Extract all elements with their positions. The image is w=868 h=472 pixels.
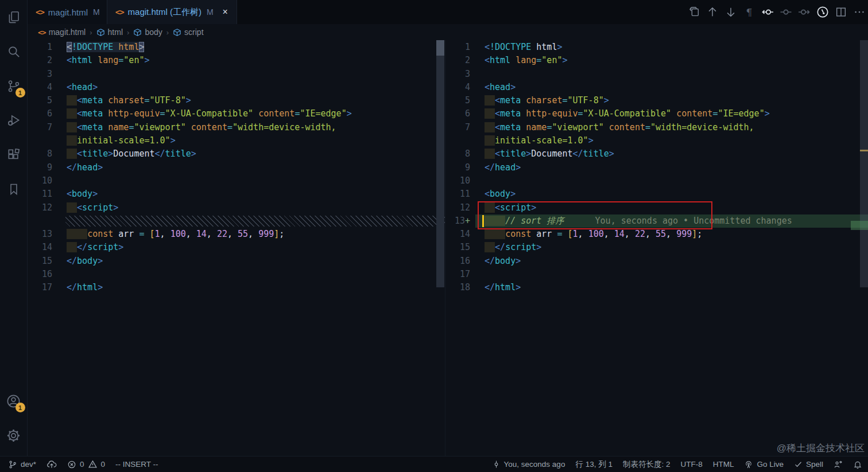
- tab-magit-html-worktree[interactable]: <> magit.html (工作树) M ×: [107, 0, 237, 24]
- breadcrumb-body[interactable]: body: [133, 28, 162, 37]
- code-line[interactable]: 17: [445, 268, 868, 281]
- code-line[interactable]: initial-scale=1.0">: [28, 134, 445, 147]
- editor-toolbar: ¶: [687, 0, 868, 24]
- account-icon[interactable]: 1: [0, 384, 28, 418]
- tab-magit-html[interactable]: <> magit.html M: [28, 0, 107, 24]
- code-line[interactable]: 8 <title>Document</title>: [28, 147, 445, 161]
- breadcrumb-label: magit.html: [49, 28, 86, 37]
- modified-indicator: M: [207, 7, 214, 17]
- code-line[interactable]: 2<html lang="en">: [445, 54, 868, 67]
- branch-status[interactable]: dev*: [8, 460, 36, 469]
- diff-pane-original[interactable]: 1<!DOCTYPE html>2<html lang="en">34<head…: [28, 40, 445, 456]
- code-line[interactable]: 17</html>: [28, 281, 445, 294]
- line-number: 7: [445, 121, 475, 134]
- breadcrumb-separator-icon: ›: [90, 28, 92, 37]
- code-line[interactable]: 1<!DOCTYPE html>: [445, 41, 868, 54]
- code-line[interactable]: 5 <meta charset="UTF-8">: [28, 94, 445, 107]
- bell-icon: [853, 460, 862, 469]
- previous-revision-button[interactable]: [760, 5, 775, 19]
- breadcrumb-file[interactable]: <> magit.html: [38, 28, 86, 37]
- code-line[interactable]: 11<body>: [445, 188, 868, 201]
- feedback-button[interactable]: [834, 460, 843, 469]
- code-line[interactable]: 7 <meta name="viewport" content="width=d…: [445, 121, 868, 134]
- next-change-button[interactable]: [723, 5, 738, 19]
- code-line[interactable]: 3: [28, 68, 445, 81]
- diff-placeholder-row[interactable]: [28, 214, 445, 228]
- file-history-icon[interactable]: [815, 5, 830, 19]
- left-scrollbar[interactable]: [436, 40, 444, 287]
- code-line[interactable]: 4<head>: [28, 81, 445, 94]
- extensions-icon[interactable]: [0, 138, 28, 172]
- code-line[interactable]: 11<body>: [28, 188, 445, 201]
- diff-pane-modified[interactable]: 1<!DOCTYPE html>2<html lang="en">34<head…: [445, 40, 868, 456]
- previous-change-button[interactable]: [705, 5, 720, 19]
- code-line[interactable]: 1<!DOCTYPE html>: [28, 41, 445, 54]
- toggle-whitespace-icon[interactable]: ¶: [742, 5, 757, 19]
- code-line[interactable]: 12 <script>: [28, 201, 445, 214]
- language-mode-status[interactable]: HTML: [713, 460, 734, 469]
- spell-checker-status[interactable]: Spell: [794, 460, 823, 469]
- breadcrumb-html[interactable]: html: [96, 28, 123, 37]
- code-line[interactable]: 13+ // sort 排序 You, seconds ago • Uncomm…: [445, 214, 868, 228]
- notifications-button[interactable]: [853, 460, 862, 469]
- source-control-icon[interactable]: 1: [0, 69, 28, 103]
- code-line[interactable]: 12 <script>: [445, 201, 868, 214]
- code-line[interactable]: 16</body>: [445, 255, 868, 268]
- publish-changes-button[interactable]: [46, 459, 57, 470]
- cube-icon: [133, 28, 142, 37]
- line-number: 10: [28, 174, 57, 188]
- line-number: 2: [28, 54, 57, 67]
- code-line[interactable]: 2<html lang="en">: [28, 54, 445, 67]
- code-line[interactable]: 3: [445, 68, 868, 81]
- code-line[interactable]: 5 <meta charset="UTF-8">: [445, 94, 868, 107]
- code-line[interactable]: 14 </script>: [28, 241, 445, 254]
- breadcrumb-script[interactable]: script: [173, 28, 203, 37]
- code-line[interactable]: 18</html>: [445, 281, 868, 294]
- code-line[interactable]: 8 <title>Document</title>: [445, 147, 868, 161]
- line-number: 8: [28, 147, 57, 161]
- line-number: 3: [445, 68, 475, 81]
- problems-status[interactable]: 0 0: [67, 459, 105, 469]
- line-number: 6: [28, 107, 57, 120]
- split-editor-button[interactable]: [834, 5, 848, 19]
- code-line[interactable]: 13 const arr = [1, 100, 14, 22, 55, 999]…: [28, 228, 445, 241]
- explorer-icon[interactable]: [0, 0, 28, 34]
- more-actions-button[interactable]: [852, 5, 867, 19]
- code-line[interactable]: 9</head>: [445, 161, 868, 174]
- code-line[interactable]: 6 <meta http-equiv="X-UA-Compatible" con…: [28, 107, 445, 120]
- run-debug-icon[interactable]: [0, 103, 28, 138]
- code-line[interactable]: 15</body>: [28, 255, 445, 268]
- close-tab-icon[interactable]: ×: [221, 6, 230, 18]
- settings-gear-icon[interactable]: [0, 418, 28, 453]
- encoding-status[interactable]: UTF-8: [680, 460, 702, 469]
- code-line[interactable]: 16: [28, 268, 445, 281]
- code-line[interactable]: 4<head>: [445, 81, 868, 94]
- right-scrollbar[interactable]: [860, 40, 868, 287]
- line-content: <meta name="viewport" content="width=dev…: [475, 121, 868, 134]
- line-number: 15: [28, 255, 57, 268]
- cursor-position-status[interactable]: 行 13, 列 1: [575, 459, 613, 470]
- next-revision-button[interactable]: [797, 5, 812, 19]
- code-line[interactable]: initial-scale=1.0">: [445, 134, 868, 147]
- line-number: [28, 214, 57, 228]
- vim-mode-indicator[interactable]: -- INSERT --: [115, 460, 158, 469]
- open-changes-icon[interactable]: [687, 5, 702, 19]
- code-line[interactable]: 7 <meta name="viewport" content="width=d…: [28, 121, 445, 134]
- line-number: 14: [28, 241, 57, 254]
- code-line[interactable]: 14 const arr = [1, 100, 14, 22, 55, 999]…: [445, 228, 868, 241]
- line-content: </body>: [57, 255, 445, 268]
- blame-status[interactable]: You, seconds ago: [492, 460, 565, 469]
- search-icon[interactable]: [0, 34, 28, 69]
- tab-size-status[interactable]: 制表符长度: 2: [623, 459, 671, 470]
- line-revision-icon[interactable]: [778, 5, 793, 19]
- line-content: [57, 268, 445, 281]
- line-content: const arr = [1, 100, 14, 22, 55, 999];: [475, 228, 868, 241]
- code-line[interactable]: 10: [28, 174, 445, 188]
- code-line[interactable]: 6 <meta http-equiv="X-UA-Compatible" con…: [445, 107, 868, 120]
- code-line[interactable]: 15 </script>: [445, 241, 868, 254]
- go-live-button[interactable]: Go Live: [744, 460, 784, 469]
- bookmarks-icon[interactable]: [0, 172, 28, 206]
- line-content: </script>: [475, 241, 868, 254]
- code-line[interactable]: 9</head>: [28, 161, 445, 174]
- code-line[interactable]: 10: [445, 174, 868, 188]
